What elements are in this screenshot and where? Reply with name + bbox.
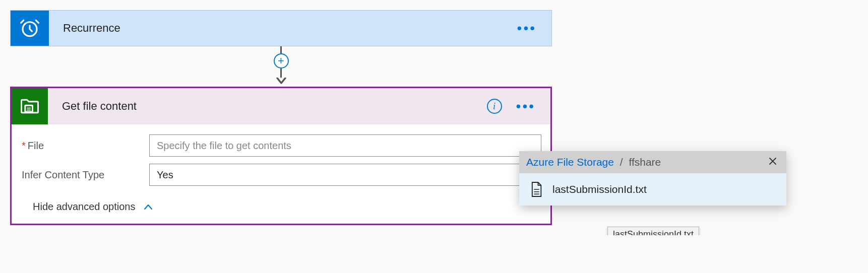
required-marker: * — [22, 140, 26, 151]
action-title: Get file content — [48, 100, 487, 113]
chevron-up-icon — [143, 203, 153, 211]
info-button[interactable]: i — [487, 99, 502, 114]
connector-line-bottom — [280, 69, 282, 78]
file-label-text: File — [28, 140, 44, 151]
form-row-file: *File — [21, 134, 541, 157]
connector-line-top — [280, 46, 282, 53]
infer-content-type-input[interactable] — [149, 164, 541, 186]
trigger-title: Recurrence — [49, 22, 517, 35]
action-header[interactable]: Get file content i ••• — [12, 88, 550, 124]
file-name: lastSubmissionId.txt — [552, 183, 647, 195]
breadcrumb-current: ffshare — [629, 156, 661, 168]
action-body: *File Infer Content Type Hide advanced o… — [12, 124, 550, 224]
breadcrumb-separator: / — [620, 156, 623, 168]
hide-advanced-options-toggle[interactable]: Hide advanced options — [21, 193, 541, 213]
tooltip: lastSubmissionId.txt — [607, 227, 699, 235]
form-row-infer-content-type: Infer Content Type — [21, 164, 541, 186]
file-picker-header: Azure File Storage / ffshare — [519, 151, 786, 173]
connector: + — [10, 46, 552, 87]
advanced-toggle-label: Hide advanced options — [33, 201, 135, 213]
close-icon — [768, 157, 777, 166]
arrow-down-icon — [275, 78, 287, 86]
file-picker-item[interactable]: lastSubmissionId.txt — [519, 173, 786, 206]
action-menu-button[interactable]: ••• — [516, 103, 535, 110]
logic-app-designer-canvas: Recurrence ••• + Get file content — [10, 10, 868, 225]
trigger-card-recurrence[interactable]: Recurrence ••• — [10, 10, 552, 46]
trigger-menu-button[interactable]: ••• — [517, 25, 536, 32]
action-card-get-file-content: Get file content i ••• *File Infer Conte… — [10, 87, 552, 225]
file-input[interactable] — [149, 134, 541, 157]
file-picker-popup: Azure File Storage / ffshare lastSubmiss… — [519, 151, 786, 206]
clock-alarm-icon — [19, 18, 40, 39]
folder-file-icon — [19, 95, 41, 117]
breadcrumb-root[interactable]: Azure File Storage — [526, 156, 614, 168]
recurrence-icon-box — [11, 11, 49, 46]
file-storage-icon-box — [12, 88, 48, 124]
file-label: *File — [21, 140, 149, 152]
infer-content-type-label: Infer Content Type — [21, 169, 149, 181]
close-button[interactable] — [766, 155, 779, 170]
file-text-icon — [529, 181, 543, 198]
svg-rect-1 — [25, 105, 33, 112]
breadcrumb: Azure File Storage / ffshare — [526, 156, 766, 168]
add-step-button[interactable]: + — [274, 53, 289, 69]
